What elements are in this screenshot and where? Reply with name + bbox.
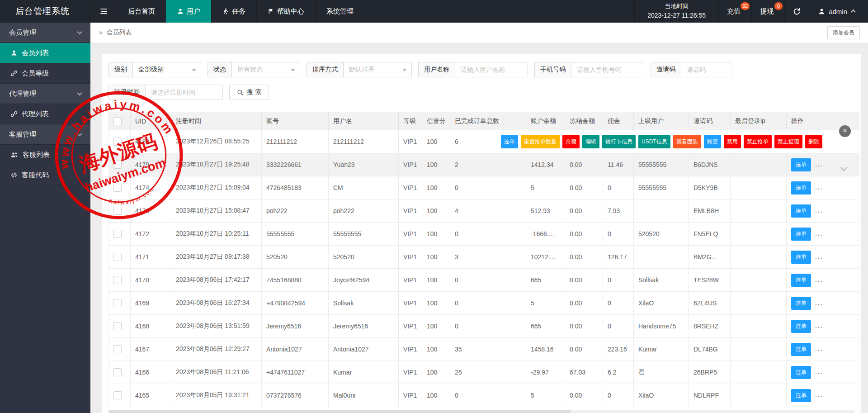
more-actions-button[interactable]: ... [815, 322, 823, 329]
nav-item-tasks[interactable]: 任务 [211, 0, 256, 23]
add-member-button[interactable]: 添加会员 [827, 26, 860, 39]
filter-select-value: 默认排序 [349, 66, 374, 74]
row-checkbox[interactable] [113, 161, 122, 169]
filter-input-regtime[interactable] [146, 85, 222, 100]
filter-select-level[interactable]: 全部级别 [133, 62, 201, 77]
popup-action-ban-withdraw[interactable]: 禁止提现 [774, 135, 802, 148]
sidebar-item-agent-list[interactable]: 代理列表 [0, 104, 90, 124]
more-actions-button[interactable]: ... [815, 207, 823, 214]
filter-input-phone[interactable] [571, 62, 644, 77]
popup-action-balance[interactable]: 余额 [562, 135, 580, 148]
select-caret-icon [192, 69, 196, 71]
filter-input-invite[interactable] [681, 62, 732, 77]
cell-credit: 100 [422, 315, 450, 338]
more-actions-button[interactable]: ... [815, 391, 823, 399]
nav-item-users[interactable]: 用户 [166, 0, 211, 23]
popup-action-disable[interactable]: 禁用 [724, 135, 741, 148]
filter-select-sort[interactable]: 默认排序 [344, 62, 411, 77]
row-checkbox[interactable] [113, 276, 122, 284]
cell-orders: 0 [450, 269, 526, 292]
filter-select-status[interactable]: 所有状态 [232, 62, 300, 77]
chain-order-button[interactable]: 连单 [791, 389, 811, 402]
column-header-3: 用户名 [329, 112, 399, 130]
scrollbar-thumb[interactable] [108, 410, 571, 413]
row-checkbox[interactable] [113, 253, 122, 261]
more-actions-button[interactable]: ... [815, 161, 823, 168]
nav-item-system[interactable]: 系统管理 [315, 0, 364, 23]
user-menu[interactable]: admin [809, 0, 868, 23]
select-all-checkbox[interactable] [113, 117, 122, 125]
sidebar-group-service[interactable]: 客服管理 [0, 124, 90, 145]
sidebar-item-member-level[interactable]: 会员等级 [0, 63, 90, 84]
row-checkbox[interactable] [113, 368, 122, 376]
more-actions-button[interactable]: ... [815, 253, 823, 260]
more-actions-button[interactable]: ... [815, 276, 823, 283]
breadcrumb: 会员列表 [106, 28, 132, 37]
popup-action-view-team[interactable]: 查看团队 [673, 135, 701, 148]
popup-action-account-change[interactable]: 账变 [704, 135, 721, 148]
cell-credit: 100 [422, 269, 450, 292]
popup-action-edit[interactable]: 编辑 [582, 135, 599, 148]
chain-order-button[interactable]: 连单 [791, 366, 811, 379]
column-header-10: 上级用户 [634, 112, 689, 130]
row-checkbox-cell [109, 292, 131, 315]
row-checkbox[interactable] [113, 345, 122, 353]
recharge-button[interactable]: 充值 32 [718, 0, 751, 23]
more-actions-button[interactable]: ... [815, 345, 823, 352]
row-checkbox[interactable] [113, 299, 122, 307]
nav-item-home[interactable]: 后台首页 [117, 0, 166, 23]
popup-action-delete[interactable]: 删除 [805, 135, 822, 148]
chain-order-button[interactable]: 连单 [791, 181, 811, 195]
more-actions-button[interactable]: ... [815, 230, 823, 237]
filter-phone: 手机号码 [534, 62, 644, 77]
table-row: 41792023年10月27日 19:25:483332226661Yuan23… [109, 153, 859, 176]
cell-level: VIP1 [399, 292, 422, 315]
close-icon[interactable]: × [839, 125, 851, 137]
horizontal-scrollbar[interactable] [108, 410, 854, 413]
popup-action-reset-grab-count[interactable]: 重置抢单数量 [521, 135, 560, 148]
popup-action-bank-card-info[interactable]: 银行卡信息 [602, 135, 636, 148]
chain-order-button[interactable]: 连单 [791, 204, 811, 218]
row-checkbox[interactable] [113, 184, 122, 192]
sidebar-item-service-code[interactable]: 客服代码 [0, 165, 90, 185]
more-actions-button[interactable]: ... [815, 368, 823, 375]
row-checkbox[interactable] [113, 138, 122, 146]
cell-orders: 3 [450, 246, 526, 269]
chain-order-button[interactable]: 连单 [791, 251, 811, 264]
sidebar-group-member[interactable]: 会员管理 [0, 23, 90, 43]
menu-toggle-button[interactable] [90, 0, 117, 23]
nav-item-help[interactable]: 帮助中心 [256, 0, 315, 23]
cell-parent [634, 246, 689, 269]
popup-action-chain-order[interactable]: 连单 [501, 135, 518, 148]
row-checkbox[interactable] [113, 207, 122, 215]
sidebar-group-agent[interactable]: 代理管理 [0, 84, 90, 104]
row-checkbox[interactable] [113, 391, 122, 399]
chain-order-button[interactable]: 连单 [791, 228, 811, 241]
cell-parent: 哲 [634, 361, 689, 384]
filter-input-username[interactable] [455, 62, 528, 77]
chain-order-button[interactable]: 连单 [791, 343, 811, 356]
chain-order-button[interactable]: 连单 [791, 158, 811, 171]
search-button[interactable]: 搜 索 [229, 85, 269, 100]
sidebar-item-member-list[interactable]: 会员列表 [0, 43, 90, 63]
cell-uid: 4172 [131, 223, 171, 246]
row-checkbox[interactable] [113, 230, 122, 238]
column-header-11: 邀请码 [689, 112, 731, 130]
refresh-button[interactable] [784, 0, 809, 23]
sidebar-item-service-list[interactable]: 客服列表 [0, 145, 90, 165]
cell-username: CM [329, 176, 399, 199]
withdraw-button[interactable]: 提现 0 [751, 0, 784, 23]
cell-balance: 5 [526, 384, 565, 407]
chain-order-button[interactable]: 连单 [791, 297, 811, 310]
more-actions-button[interactable]: ... [815, 299, 823, 306]
filter-label-sort: 排序方式 [307, 62, 344, 77]
popup-action-ban-grab[interactable]: 禁止抢单 [744, 135, 772, 148]
members-table: UID注册时间账号用户名等级信誉分已完成订单总数账户余额冻结金额佣金上级用户邀请… [108, 112, 859, 407]
chain-order-button[interactable]: 连单 [791, 320, 811, 333]
chain-order-button[interactable]: 连单 [791, 274, 811, 287]
row-checkbox[interactable] [113, 322, 122, 330]
more-actions-button[interactable]: ... [815, 184, 823, 191]
row-checkbox-cell [109, 176, 131, 199]
table-header-row: UID注册时间账号用户名等级信誉分已完成订单总数账户余额冻结金额佣金上级用户邀请… [109, 112, 859, 130]
popup-action-usdt-info[interactable]: USDT信息 [638, 135, 670, 148]
